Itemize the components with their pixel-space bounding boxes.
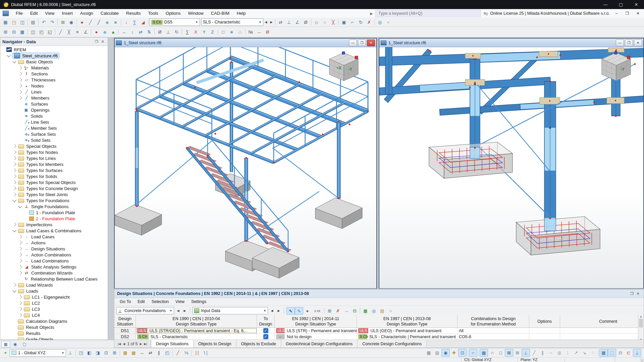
load-icon[interactable]: ↓ <box>122 18 130 26</box>
new-table-icon[interactable]: ⊞ <box>59 18 67 26</box>
comment-cell[interactable] <box>560 328 639 334</box>
tree-item-actions[interactable]: Actions <box>0 240 108 246</box>
select-cell-mode-icon[interactable]: ⬉ <box>295 307 303 315</box>
expander-icon[interactable] <box>18 265 22 268</box>
snap-div-icon[interactable]: ⋮ <box>564 349 572 357</box>
undo-icon[interactable]: ↶ <box>40 18 48 26</box>
first-page-icon[interactable]: |◀ <box>118 342 121 346</box>
view-grid-icon[interactable]: ▦ <box>18 28 26 36</box>
panel-float-icon[interactable]: ❐ <box>629 292 635 296</box>
axes-icon[interactable]: ∖∣ <box>201 349 210 357</box>
new-model-icon[interactable]: ▦ <box>1 18 10 26</box>
delete-results-icon[interactable]: ╳ <box>329 18 337 26</box>
search-input[interactable] <box>378 11 478 16</box>
tree-item-solids[interactable]: Solids <box>0 113 108 119</box>
rotate-icon[interactable]: ⇅ <box>145 28 153 36</box>
en1990-cell[interactable]: S ChSLS - Characteristic <box>136 334 257 340</box>
tree-item-types-for-concrete-design[interactable]: Types for Concrete Design <box>0 185 108 191</box>
prev-group-button[interactable]: ◀ <box>269 307 275 314</box>
insert-surface-icon[interactable]: ◆ <box>103 18 111 26</box>
filter-loads-icon[interactable]: ⇄ <box>276 18 285 26</box>
grid-add-icon[interactable]: ▤ <box>433 349 441 357</box>
tab-concrete-design-configurations[interactable]: Concrete Design Configurations <box>358 340 427 348</box>
navigator-float-icon[interactable]: ❐ <box>94 40 100 44</box>
numbering-icon[interactable]: № <box>247 28 255 36</box>
view-x-icon[interactable]: ◨ <box>94 349 102 357</box>
menu-window[interactable]: Window <box>184 9 207 18</box>
expander-icon[interactable] <box>18 235 22 238</box>
menu-results[interactable]: Results <box>122 9 144 18</box>
tree-item-calculation-diagrams[interactable]: Calculation Diagrams <box>0 318 108 324</box>
tree-item-surfaces[interactable]: Surfaces <box>0 101 108 107</box>
solid-view-icon[interactable]: ■ <box>227 28 236 36</box>
viewport-2-restore-button[interactable]: ❐ <box>625 40 633 46</box>
checked-checkbox-icon[interactable]: ✓ <box>263 328 268 333</box>
en1997-cell[interactable]: ULSULS (GEO) - Permanent and transient <box>357 328 458 334</box>
tree-item-2-foundation-plate[interactable]: 2 - Foundation Plate <box>0 216 108 222</box>
view-xyz-icon[interactable]: ⊞ <box>1 28 10 36</box>
tree-item-openings[interactable]: Openings <box>0 107 108 113</box>
tree-item-materials[interactable]: Materials <box>0 65 108 71</box>
insert-node-icon[interactable]: ● <box>78 18 86 26</box>
layers-icon[interactable]: ⊟ <box>616 349 625 357</box>
tree-item-special-objects[interactable]: Special Objects <box>0 143 108 149</box>
expander-icon[interactable] <box>18 259 22 262</box>
insert-solid-icon[interactable]: ■ <box>111 18 120 26</box>
panel-menu-selection[interactable]: Selection <box>148 299 172 304</box>
x-axis-icon[interactable]: X <box>192 28 200 36</box>
surface-result-icon[interactable]: ◇ <box>312 18 321 26</box>
zoom-in-icon[interactable]: ◰ <box>37 28 46 36</box>
tree-item-types-for-steel-joints[interactable]: Types for Steel Joints <box>0 191 108 197</box>
menu-assign[interactable]: Assign <box>76 9 97 18</box>
tree-item-sections[interactable]: Sections <box>0 71 108 77</box>
tree-item-steel-structure-rf6[interactable]: Steel_structure.rf6 <box>0 53 108 59</box>
snap-circle-icon[interactable]: ◎ <box>555 349 564 357</box>
paste-icon[interactable]: ⊞ <box>325 307 334 315</box>
expander-icon[interactable] <box>18 295 22 299</box>
expander-icon[interactable] <box>18 301 22 305</box>
expander-icon[interactable] <box>18 84 22 87</box>
support-tool-icon[interactable]: ⊥ <box>164 28 172 36</box>
zoom-window-icon[interactable]: ◫ <box>29 28 37 36</box>
sum-icon[interactable]: ∑ <box>183 28 192 36</box>
to-design-cell[interactable]: ✓ <box>257 334 275 340</box>
load-situation-combobox[interactable]: SLS - Characteristic ▼ <box>201 18 263 26</box>
line-grid-icon[interactable]: ⊏ <box>625 349 633 357</box>
open-model-icon[interactable]: ◳ <box>10 18 18 26</box>
tree-item-loads[interactable]: Loads <box>0 288 108 294</box>
expander-icon[interactable] <box>18 90 22 94</box>
to-design-cell[interactable]: ✓ <box>257 328 275 334</box>
tree-item-rfem[interactable]: RFEM <box>0 47 108 53</box>
node-result-icon[interactable]: ○ <box>321 18 329 26</box>
panel-menu-settings[interactable]: Settings <box>188 299 210 304</box>
export-table-icon[interactable]: ⊟ <box>351 307 359 315</box>
next-group-button[interactable]: ▶ <box>276 307 281 314</box>
dimensions-icon[interactable]: ↔ <box>255 28 263 36</box>
tree-item-types-for-solids[interactable]: Types for Solids <box>0 173 108 179</box>
numbering-2-icon[interactable]: ⅙ <box>182 349 191 357</box>
prev-table-button[interactable]: ◀ <box>175 307 181 314</box>
tree-item-surface-sets[interactable]: Surface Sets <box>0 131 108 137</box>
no-display-icon[interactable]: Ø <box>263 28 272 36</box>
snap-free-icon[interactable]: ⁘ <box>589 349 597 357</box>
expander-icon[interactable] <box>12 162 16 166</box>
checked-checkbox-icon[interactable]: ✓ <box>263 334 268 339</box>
snap-grid-icon[interactable]: ▩ <box>129 349 138 357</box>
resize-grip[interactable] <box>640 358 643 362</box>
snap-cross-icon[interactable]: ⊠ <box>505 349 513 357</box>
supports-icon[interactable]: ⊥ <box>285 18 293 26</box>
tree-item-combination-wizards[interactable]: Combination Wizards <box>0 270 108 276</box>
panel-menu-go-to[interactable]: Go To <box>116 299 134 304</box>
dim-xx-icon[interactable]: ⇄ <box>146 349 155 357</box>
close-button[interactable]: ✕ <box>629 0 644 9</box>
isometric-view-icon[interactable]: ◧ <box>85 349 94 357</box>
en1997-cell[interactable]: S ChSLS - Characteristic | Permanent and… <box>357 334 458 340</box>
table-scrollbar[interactable]: ▲ ▼ <box>638 315 644 341</box>
snap-mid-icon[interactable]: □ <box>496 349 505 357</box>
grid-icon[interactable]: ▦ <box>425 349 433 357</box>
regenerate-icon[interactable]: ↻ <box>357 18 365 26</box>
panel-close-icon[interactable]: ✕ <box>635 292 641 296</box>
tables-icon[interactable]: ▤ <box>378 307 386 315</box>
data-navigator-tab[interactable]: ▦ <box>1 341 10 348</box>
view-planes-icon[interactable]: ⊟ <box>10 28 18 36</box>
